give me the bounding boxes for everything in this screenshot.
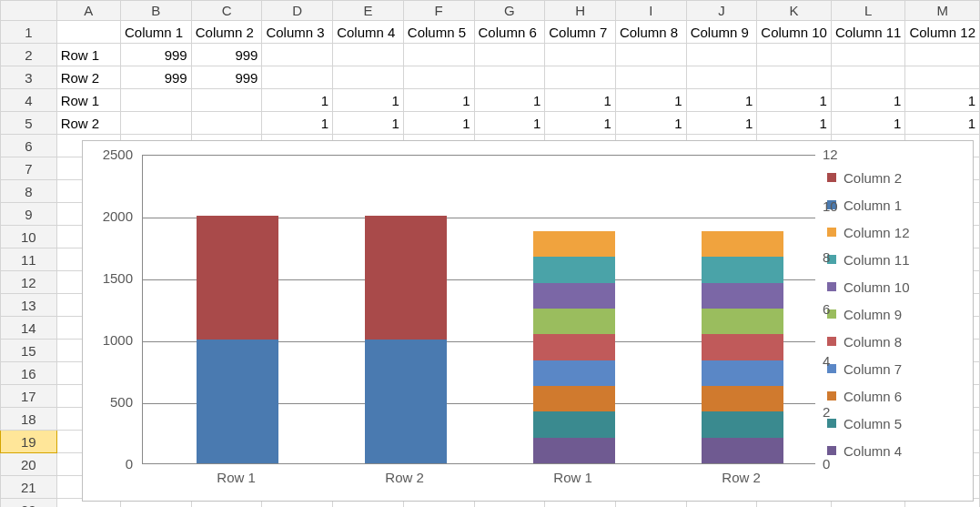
cell-E4[interactable]: 1 [333, 89, 404, 112]
cell-E2[interactable] [333, 44, 404, 66]
row-header-19[interactable]: 19 [1, 431, 57, 453]
cell-M2[interactable] [905, 44, 980, 66]
row-header-16[interactable]: 16 [1, 362, 57, 385]
cell-D1[interactable]: Column 3 [262, 21, 333, 44]
row-header-6[interactable]: 6 [1, 135, 57, 157]
cell-H5[interactable]: 1 [545, 112, 616, 135]
col-header-A[interactable]: A [56, 1, 120, 21]
cell-L4[interactable]: 1 [831, 89, 905, 112]
row-header-9[interactable]: 9 [1, 203, 57, 226]
cell-E1[interactable]: Column 4 [333, 21, 404, 44]
cell-B4[interactable] [121, 89, 192, 112]
cell-K2[interactable] [757, 44, 832, 66]
row-header-10[interactable]: 10 [1, 226, 57, 248]
cell-G1[interactable]: Column 6 [474, 21, 545, 44]
cell-A1[interactable] [56, 21, 120, 44]
col-header-M[interactable]: M [905, 1, 980, 21]
select-all-corner[interactable] [1, 1, 57, 21]
cell-G5[interactable]: 1 [474, 112, 545, 135]
cell-C1[interactable]: Column 2 [191, 21, 262, 44]
row-header-22[interactable]: 22 [1, 499, 57, 508]
cell-J4[interactable]: 1 [686, 89, 757, 112]
cell-J5[interactable]: 1 [686, 112, 757, 135]
cell-K5[interactable]: 1 [757, 112, 832, 135]
cell-M5[interactable]: 1 [905, 112, 980, 135]
row-header-2[interactable]: 2 [1, 44, 57, 66]
row-header-14[interactable]: 14 [1, 317, 57, 340]
cell-M3[interactable] [905, 66, 980, 89]
col-header-L[interactable]: L [831, 1, 905, 21]
cell-A3[interactable]: Row 2 [56, 66, 120, 89]
cell-G4[interactable]: 1 [474, 89, 545, 112]
cell-C2[interactable]: 999 [191, 44, 262, 66]
cell-D3[interactable] [262, 66, 333, 89]
row-header-17[interactable]: 17 [1, 385, 57, 408]
cell-L5[interactable]: 1 [831, 112, 905, 135]
row-header-12[interactable]: 12 [1, 271, 57, 294]
row-header-15[interactable]: 15 [1, 340, 57, 362]
row-header-8[interactable]: 8 [1, 180, 57, 203]
cell-I3[interactable] [615, 66, 686, 89]
col-header-C[interactable]: C [191, 1, 262, 21]
col-header-G[interactable]: G [474, 1, 545, 21]
row-header-21[interactable]: 21 [1, 476, 57, 499]
cell-L3[interactable] [831, 66, 905, 89]
col-header-K[interactable]: K [757, 1, 832, 21]
cell-F5[interactable]: 1 [403, 112, 474, 135]
cell-M4[interactable]: 1 [905, 89, 980, 112]
cell-F1[interactable]: Column 5 [403, 21, 474, 44]
col-header-D[interactable]: D [262, 1, 333, 21]
cell-L2[interactable] [831, 44, 905, 66]
cell-M1[interactable]: Column 12 [905, 21, 980, 44]
cell-K1[interactable]: Column 10 [757, 21, 832, 44]
cell-H1[interactable]: Column 7 [545, 21, 616, 44]
cell-J1[interactable]: Column 9 [686, 21, 757, 44]
col-header-E[interactable]: E [333, 1, 404, 21]
cell-A2[interactable]: Row 1 [56, 44, 120, 66]
cell-A4[interactable]: Row 1 [56, 89, 120, 112]
col-header-J[interactable]: J [686, 1, 757, 21]
cell-I5[interactable]: 1 [615, 112, 686, 135]
row-header-11[interactable]: 11 [1, 248, 57, 271]
cell-B1[interactable]: Column 1 [121, 21, 192, 44]
row-header-20[interactable]: 20 [1, 453, 57, 476]
embedded-chart[interactable]: Column 2Column 1Column 12Column 11Column… [82, 140, 974, 502]
cell-F2[interactable] [403, 44, 474, 66]
cell-G3[interactable] [474, 66, 545, 89]
cell-I4[interactable]: 1 [615, 89, 686, 112]
cell-F4[interactable]: 1 [403, 89, 474, 112]
cell-G2[interactable] [474, 44, 545, 66]
cell-H2[interactable] [545, 44, 616, 66]
cell-B3[interactable]: 999 [121, 66, 192, 89]
cell-H3[interactable] [545, 66, 616, 89]
cell-B2[interactable]: 999 [121, 44, 192, 66]
cell-D2[interactable] [262, 44, 333, 66]
cell-I2[interactable] [615, 44, 686, 66]
cell-K4[interactable]: 1 [757, 89, 832, 112]
cell-D4[interactable]: 1 [262, 89, 333, 112]
col-header-F[interactable]: F [403, 1, 474, 21]
cell-D5[interactable]: 1 [262, 112, 333, 135]
cell-F3[interactable] [403, 66, 474, 89]
cell-J2[interactable] [686, 44, 757, 66]
cell-H4[interactable]: 1 [545, 89, 616, 112]
cell-E3[interactable] [333, 66, 404, 89]
row-header-1[interactable]: 1 [1, 21, 57, 44]
row-header-5[interactable]: 5 [1, 112, 57, 135]
col-header-B[interactable]: B [121, 1, 192, 21]
cell-K3[interactable] [757, 66, 832, 89]
cell-L1[interactable]: Column 11 [831, 21, 905, 44]
cell-B5[interactable] [121, 112, 192, 135]
cell-A5[interactable]: Row 2 [56, 112, 120, 135]
row-header-13[interactable]: 13 [1, 294, 57, 317]
col-header-H[interactable]: H [545, 1, 616, 21]
cell-C3[interactable]: 999 [191, 66, 262, 89]
col-header-I[interactable]: I [615, 1, 686, 21]
cell-C5[interactable] [191, 112, 262, 135]
row-header-4[interactable]: 4 [1, 89, 57, 112]
row-header-3[interactable]: 3 [1, 66, 57, 89]
cell-I1[interactable]: Column 8 [615, 21, 686, 44]
row-header-7[interactable]: 7 [1, 157, 57, 180]
row-header-18[interactable]: 18 [1, 408, 57, 431]
cell-J3[interactable] [686, 66, 757, 89]
